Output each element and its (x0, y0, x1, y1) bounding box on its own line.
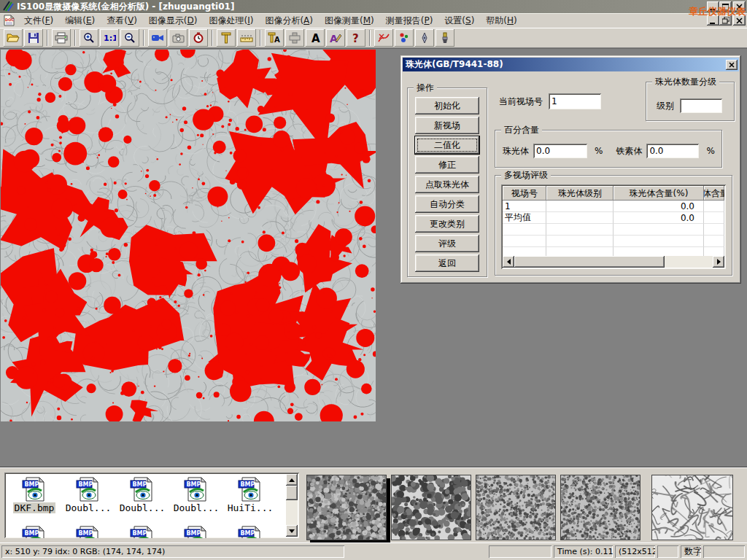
ruler-measure-icon[interactable] (237, 29, 256, 47)
menu-view[interactable]: 查看(V) (101, 13, 143, 28)
label-measure-icon[interactable]: A (265, 29, 284, 47)
save-icon[interactable] (24, 29, 43, 47)
current-field-input[interactable] (549, 93, 601, 109)
pearlite-dialog: 珠光体(GB/T9441-88) 操作 初始化 新视场 二值化 修正 点取珠光体… (400, 55, 741, 284)
draw-pen-icon[interactable] (415, 29, 434, 47)
scroll-right-button[interactable] (713, 256, 724, 268)
scroll-thumb[interactable] (286, 486, 298, 500)
file-item-partial[interactable]: BMP (223, 525, 277, 538)
op-pick-pearlite-button[interactable]: 点取珠光体 (415, 176, 479, 193)
svg-text:BMP: BMP (187, 530, 201, 537)
op-rate-button[interactable]: 评级 (415, 235, 479, 252)
toolbar-separator (143, 30, 144, 46)
file-item[interactable]: BMP DKF.bmp (7, 476, 61, 513)
table-row[interactable]: 1 0.0 (503, 201, 724, 212)
ferrite-percent-unit: % (706, 146, 714, 156)
child-close-button[interactable] (733, 15, 746, 26)
video-capture-icon[interactable] (148, 29, 167, 47)
file-item-partial[interactable]: BMP (115, 525, 169, 538)
table-horizontal-scrollbar[interactable] (503, 256, 724, 268)
op-auto-classify-button[interactable]: 自动分类 (415, 195, 479, 213)
thumbnail-2[interactable] (391, 475, 471, 540)
toolbar-separator (369, 30, 371, 46)
ferrite-percent-input[interactable] (646, 144, 699, 158)
svg-text:BMP: BMP (79, 481, 93, 488)
metallograph-image[interactable] (1, 50, 376, 421)
thumbnail-5[interactable] (651, 475, 733, 540)
grade-group: 珠光体数量分级 级别 (646, 82, 735, 121)
file-item[interactable]: BMP HuiTi... (223, 476, 277, 513)
maximize-button[interactable] (719, 1, 732, 12)
file-item-partial[interactable]: BMP (61, 525, 115, 538)
pearlite-percent-input[interactable] (533, 144, 587, 158)
menu-image-display[interactable]: 图像显示(D) (143, 13, 204, 28)
table-row[interactable]: 平均值 0.0 (503, 212, 724, 224)
svg-text:1:1: 1:1 (104, 34, 116, 43)
scroll-thumb[interactable] (514, 256, 665, 268)
timer-icon[interactable] (189, 29, 208, 47)
svg-text:A: A (274, 36, 280, 44)
cell-ferrite-pct (704, 212, 724, 224)
document-icon[interactable]: DOC (2, 15, 15, 26)
file-item[interactable]: BMP Doubl... (61, 476, 115, 513)
snapshot-icon[interactable] (169, 29, 187, 47)
file-list-scrollbar[interactable] (286, 474, 298, 537)
actual-size-icon[interactable]: 1:1 (100, 29, 119, 47)
file-item-partial[interactable]: BMP (169, 525, 223, 538)
menu-help[interactable]: 帮助(H) (480, 13, 522, 28)
operations-group: 操作 初始化 新视场 二值化 修正 点取珠光体 自动分类 更改类别 评级 返回 (407, 88, 487, 277)
scroll-down-button[interactable] (286, 525, 298, 537)
scroll-up-button[interactable] (286, 474, 298, 486)
op-new-field-button[interactable]: 新视场 (415, 117, 479, 134)
thumbnail-3[interactable] (476, 475, 556, 540)
paint-brush-icon[interactable] (436, 29, 454, 47)
status-image-size: (512x512x24) (615, 545, 655, 558)
op-correct-button[interactable]: 修正 (415, 156, 479, 174)
cell-pearlite-pct: 0.0 (614, 201, 704, 212)
svg-text:BMP: BMP (187, 481, 201, 488)
thumbnail-4[interactable] (560, 475, 640, 540)
delete-measure-icon[interactable] (374, 29, 393, 47)
text-annotation-icon[interactable]: A (306, 29, 325, 47)
minimize-button[interactable] (707, 1, 719, 12)
menu-image-analysis[interactable]: 图像分析(A) (259, 13, 319, 28)
cell-grade (546, 212, 614, 224)
file-item-partial[interactable]: BMP (7, 525, 61, 538)
child-restore-button[interactable] (719, 15, 732, 26)
menu-file[interactable]: 文件(F) (18, 13, 59, 28)
close-button[interactable] (733, 1, 746, 12)
menu-measure-report[interactable]: 测量报告(P) (380, 13, 439, 28)
multi-field-group-label: 多视场评级 (501, 170, 551, 180)
thumbnail-1[interactable] (306, 475, 387, 540)
file-item[interactable]: BMP Doubl... (115, 476, 169, 513)
zoom-in-icon[interactable] (80, 29, 98, 47)
particle-analysis-icon[interactable] (395, 29, 414, 47)
zoom-out-icon[interactable] (120, 29, 139, 47)
image-stitch-icon[interactable] (285, 29, 304, 47)
file-item[interactable]: BMP Doubl... (169, 476, 223, 513)
op-change-class-button[interactable]: 更改类别 (415, 215, 479, 233)
op-initialize-button[interactable]: 初始化 (415, 97, 479, 114)
op-return-button[interactable]: 返回 (415, 254, 479, 272)
op-binarize-button[interactable]: 二值化 (415, 136, 479, 154)
svg-text:BMP: BMP (241, 530, 255, 537)
status-cursor-info: x: 510 y: 79 idx: 0 RGB: (174, 174, 174) (1, 545, 344, 558)
toolbar-separator (74, 30, 76, 46)
menu-bar: DOC 文件(F) 编辑(E) 查看(V) 图像显示(D) 图像处理(I) 图像… (0, 13, 747, 28)
help-icon[interactable]: ? (347, 29, 365, 47)
menu-settings[interactable]: 设置(S) (438, 13, 480, 28)
child-minimize-button[interactable] (707, 15, 719, 26)
dialog-title-bar[interactable]: 珠光体(GB/T9441-88) (403, 58, 739, 71)
dialog-close-button[interactable] (726, 60, 738, 70)
menu-image-measure[interactable]: 图像测量(M) (319, 13, 380, 28)
grade-input[interactable] (680, 98, 722, 113)
print-icon[interactable] (52, 29, 71, 47)
file-name: Doubl... (64, 502, 113, 513)
caliper-measure-icon[interactable] (217, 29, 236, 47)
menu-edit[interactable]: 编辑(E) (59, 13, 101, 28)
menu-image-process[interactable]: 图像处理(I) (203, 13, 259, 28)
title-bar[interactable]: IS100显微摄像系统(金相分析版) - [zhuguangti01] (0, 0, 747, 13)
edit-annotation-icon[interactable]: A (326, 29, 345, 47)
open-file-icon[interactable] (4, 29, 23, 47)
scroll-left-button[interactable] (503, 256, 514, 268)
